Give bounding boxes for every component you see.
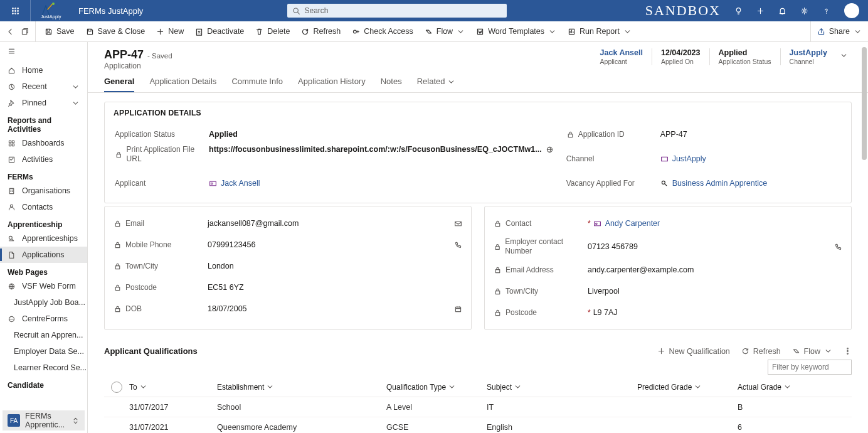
col-predicted-grade[interactable]: Predicted Grade [637,383,738,392]
refresh-button[interactable]: Refresh [301,27,341,36]
user-avatar[interactable] [844,3,859,18]
new-button[interactable]: New [156,27,184,36]
tab-general[interactable]: General [104,77,134,92]
svg-rect-52 [495,269,500,272]
nav-centreforms[interactable]: CentreForms [0,311,87,327]
field-applicant[interactable]: Applicant Jack Ansell [115,173,554,194]
mail-icon[interactable] [454,220,462,228]
nav-organisations[interactable]: Organisations [0,183,87,199]
dashboard-icon [8,139,16,147]
nav-employer-data[interactable]: Employer Data Se... [0,343,87,360]
global-search[interactable]: Search [287,4,507,18]
svg-rect-14 [22,29,26,34]
nav-vsf[interactable]: VSF Web Form [0,278,87,294]
subgrid-more-button[interactable] [844,347,852,355]
nav-collapse-button[interactable] [0,42,87,62]
help-icon[interactable] [822,7,830,15]
run-report-button[interactable]: Run Report [568,27,632,36]
word-templates-button[interactable]: Word Templates [476,27,556,36]
chevron-down-icon [266,383,274,391]
chevron-down-icon[interactable] [840,51,848,60]
share-button[interactable]: Share [817,27,862,36]
tab-application-history[interactable]: Application History [298,77,366,92]
field-channel[interactable]: Channel JustApply [566,145,841,173]
phone-icon[interactable] [834,243,842,251]
lock-icon [494,243,501,251]
scrollbar[interactable] [860,42,868,433]
nav-contacts[interactable]: Contacts [0,199,87,215]
phone-icon[interactable] [454,241,462,249]
nav-dashboards[interactable]: Dashboards [0,135,87,151]
lock-icon [114,220,122,228]
nav-home[interactable]: Home [0,62,87,78]
subgrid-flow-button[interactable]: Flow [792,347,832,356]
save-icon [45,28,53,36]
new-qualification-button[interactable]: New Qualification [657,347,730,356]
tab-application-details[interactable]: Application Details [149,77,216,92]
summary-applicant[interactable]: Jack AnsellApplicant [591,48,652,65]
nav-recent[interactable]: Recent [0,78,87,95]
lock-icon [114,305,122,313]
field-emp-town[interactable]: Town/CityLiverpool [494,281,842,302]
field-emp-number[interactable]: Employer contact Number07123 456789 [494,234,842,259]
tab-related[interactable]: Related [417,77,455,92]
svg-rect-53 [495,291,500,294]
tab-notes[interactable]: Notes [381,77,402,92]
save-close-button[interactable]: Save & Close [86,27,146,36]
nav-pinned[interactable]: Pinned [0,95,87,111]
nav-activities[interactable]: Activities [0,151,87,168]
summary-channel[interactable]: JustApplyChannel [780,48,836,65]
field-print-url[interactable]: Print Application File URL https://focus… [115,145,554,173]
table-row[interactable]: 31/07/2017 School A Level IT B [104,397,852,417]
check-access-button[interactable]: Check Access [352,27,413,36]
brand-logo: JustApply [37,2,75,19]
tab-commute-info[interactable]: Commute Info [231,77,283,92]
svg-point-26 [10,205,13,207]
field-emp-postcode[interactable]: Postcode*L9 7AJ [494,302,842,323]
col-qualification-type[interactable]: Qualification Type [386,383,487,392]
calendar-icon[interactable] [454,305,462,313]
delete-button[interactable]: Delete [255,27,290,36]
field-town[interactable]: Town/CityLondon [114,255,462,277]
globe-icon[interactable] [546,146,554,154]
nav-apprenticeships[interactable]: Apprenticeships [0,230,87,247]
flow-button[interactable]: Flow [425,27,465,36]
bell-icon[interactable] [778,7,786,15]
back-button[interactable] [6,28,14,36]
field-mobile[interactable]: Mobile Phone07999123456 [114,234,462,255]
col-to[interactable]: To [129,383,217,392]
gear-icon[interactable] [800,7,808,15]
nav-job-board[interactable]: JustApply Job Boa... [0,294,87,311]
nav-recruit[interactable]: Recruit an Appren... [0,327,87,343]
field-email[interactable]: Emailjackansell087@gmail.com [114,213,462,234]
table-row[interactable]: 31/07/2021 Queensmore Academy GCSE Engli… [104,417,852,433]
col-actual-grade[interactable]: Actual Grade [738,383,832,392]
field-vacancy[interactable]: Vacancy Applied For Business Admin Appre… [566,173,841,194]
more-vertical-icon [844,347,852,355]
col-subject[interactable]: Subject [487,383,637,392]
app-launcher[interactable] [0,7,30,15]
col-establishment[interactable]: Establishment [217,383,386,392]
globe-icon [8,282,16,291]
field-application-status[interactable]: Application Status Applied [115,124,554,145]
field-postcode[interactable]: PostcodeEC51 6YZ [114,277,462,298]
save-button[interactable]: Save [45,27,75,36]
nav-section-ferms: FERMs [0,168,87,183]
nav-section-webpages: Web Pages [0,263,87,278]
field-contact[interactable]: Contact*Andy Carpenter [494,213,842,234]
nav-applications[interactable]: Applications [0,247,87,263]
app-area-picker[interactable]: FA FERMs Apprentic... [3,410,85,430]
subgrid-filter-input[interactable] [768,360,852,375]
deactivate-button[interactable]: Deactivate [195,27,244,36]
lightbulb-icon[interactable] [734,7,743,15]
svg-rect-54 [495,312,500,315]
field-emp-email[interactable]: Email Addressandy.carpenter@example.com [494,259,842,281]
subgrid-refresh-button[interactable]: Refresh [741,347,781,356]
select-all-checkbox[interactable] [111,382,122,393]
open-new-window-icon[interactable] [21,28,29,36]
plus-icon[interactable] [756,7,765,15]
field-dob[interactable]: DOB18/07/2005 [114,298,462,319]
chevron-down-icon [447,78,455,86]
channel-icon [660,155,669,163]
nav-learner-record[interactable]: Learner Record Se... [0,360,87,376]
